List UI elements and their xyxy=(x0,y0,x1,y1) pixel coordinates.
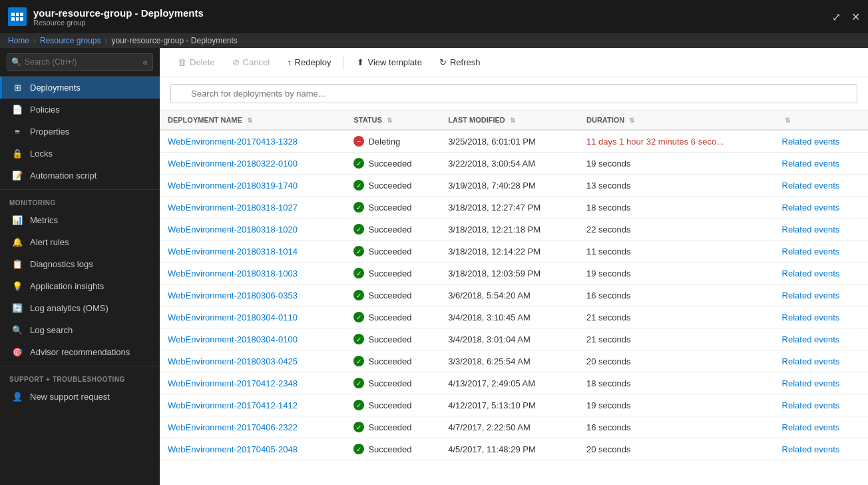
sidebar-item-advisor[interactable]: 🎯 Advisor recommendations xyxy=(0,341,160,363)
col-last-modified[interactable]: LAST MODIFIED ⇅ xyxy=(440,111,578,130)
delete-button[interactable]: 🗑 Delete xyxy=(170,53,222,71)
refresh-icon: ↻ xyxy=(439,57,447,67)
monitoring-section-label: MONITORING xyxy=(0,193,160,209)
related-events-link[interactable]: Related events xyxy=(782,225,840,235)
deployment-name-link[interactable]: WebEnvironment-20180318-1014 xyxy=(168,246,298,256)
table-row: WebEnvironment-20170406-2322✓Succeeded4/… xyxy=(160,416,868,438)
page-title: your-resource-group - Deployments xyxy=(33,7,204,19)
status-icon-success: ✓ xyxy=(353,268,364,278)
sidebar-item-locks[interactable]: 🔒 Locks xyxy=(0,143,160,165)
related-events-link[interactable]: Related events xyxy=(782,356,840,366)
deployment-name-link[interactable]: WebEnvironment-20180318-1027 xyxy=(168,203,298,213)
sidebar-item-alert-rules[interactable]: 🔔 Alert rules xyxy=(0,231,160,253)
sort-icon-deployment: ⇅ xyxy=(247,117,252,124)
deployment-name-link[interactable]: WebEnvironment-20180304-0110 xyxy=(168,312,298,322)
deployments-table: DEPLOYMENT NAME ⇅ STATUS ⇅ LAST MODIFIED… xyxy=(160,111,868,460)
sidebar-search-input[interactable] xyxy=(7,53,153,71)
sidebar-item-log-search[interactable]: 🔍 Log search xyxy=(0,319,160,341)
sidebar-item-label: Log analytics (OMS) xyxy=(30,303,108,313)
sidebar-item-log-analytics[interactable]: 🔄 Log analytics (OMS) xyxy=(0,297,160,319)
maximize-button[interactable]: ⤢ xyxy=(832,11,841,23)
related-events-link[interactable]: Related events xyxy=(782,400,840,410)
status-icon-success: ✓ xyxy=(353,334,364,344)
last-modified-cell: 3/6/2018, 5:54:20 AM xyxy=(440,284,578,306)
status-label: Succeeded xyxy=(368,400,411,410)
redeploy-button[interactable]: ↑ Redeploy xyxy=(280,53,338,71)
deployment-name-link[interactable]: WebEnvironment-20180318-1003 xyxy=(168,268,298,278)
sidebar-search-container: 🔍 « xyxy=(0,48,160,77)
policy-icon: 📄 xyxy=(11,105,23,115)
related-events-link[interactable]: Related events xyxy=(782,137,840,147)
status-label: Succeeded xyxy=(368,181,411,191)
duration-cell: 22 seconds xyxy=(578,219,774,241)
deployment-name-link[interactable]: WebEnvironment-20170413-1328 xyxy=(168,137,298,147)
deployment-name-link[interactable]: WebEnvironment-20180318-1020 xyxy=(168,225,298,235)
script-icon: 📝 xyxy=(11,171,23,181)
deployment-name-link[interactable]: WebEnvironment-20170405-2048 xyxy=(168,444,298,454)
template-icon: ⬆ xyxy=(357,57,364,67)
deployment-name-link[interactable]: WebEnvironment-20170412-1412 xyxy=(168,400,298,410)
sidebar-item-label: Properties xyxy=(30,127,69,137)
related-events-link[interactable]: Related events xyxy=(782,159,840,169)
sidebar-item-label: Metrics xyxy=(30,215,58,225)
sidebar-item-policies[interactable]: 📄 Policies xyxy=(0,99,160,121)
status-icon-success: ✓ xyxy=(353,224,364,235)
sidebar-item-new-support[interactable]: 👤 New support request xyxy=(0,386,160,408)
sidebar-item-diagnostics-logs[interactable]: 📋 Diagnostics logs xyxy=(0,253,160,275)
deployment-name-link[interactable]: WebEnvironment-20180319-1740 xyxy=(168,181,298,191)
sidebar-item-label: Alert rules xyxy=(30,237,69,247)
table-row: WebEnvironment-20180303-0425✓Succeeded3/… xyxy=(160,350,868,372)
deployment-name-link[interactable]: WebEnvironment-20170406-2322 xyxy=(168,422,298,432)
sidebar-collapse-button[interactable]: « xyxy=(142,57,148,67)
status-label: Succeeded xyxy=(368,246,411,256)
sidebar-item-label: Locks xyxy=(30,149,53,159)
related-events-link[interactable]: Related events xyxy=(782,268,840,278)
deployment-name-link[interactable]: WebEnvironment-20180306-0353 xyxy=(168,290,298,300)
col-duration[interactable]: DURATION ⇅ xyxy=(578,111,774,130)
related-events-link[interactable]: Related events xyxy=(782,181,840,191)
last-modified-cell: 3/25/2018, 6:01:01 PM xyxy=(440,130,578,153)
table-row: WebEnvironment-20180304-0100✓Succeeded3/… xyxy=(160,328,868,350)
related-events-link[interactable]: Related events xyxy=(782,444,840,454)
status-icon-success: ✓ xyxy=(353,312,364,322)
refresh-button[interactable]: ↻ Refresh xyxy=(432,53,488,71)
search-bar-container: 🔍 xyxy=(160,77,868,111)
sidebar-item-application-insights[interactable]: 💡 Application insights xyxy=(0,275,160,297)
sidebar-item-metrics[interactable]: 📊 Metrics xyxy=(0,209,160,231)
related-events-link[interactable]: Related events xyxy=(782,246,840,256)
related-events-link[interactable]: Related events xyxy=(782,334,840,344)
col-status[interactable]: STATUS ⇅ xyxy=(345,111,440,130)
status-label: Succeeded xyxy=(368,334,411,344)
table-row: WebEnvironment-20170413-1328−Deleting3/2… xyxy=(160,130,868,153)
deployment-name-link[interactable]: WebEnvironment-20180303-0425 xyxy=(168,356,298,366)
cancel-icon: ⊘ xyxy=(232,57,240,67)
last-modified-cell: 4/5/2017, 11:48:29 PM xyxy=(440,438,578,460)
last-modified-cell: 3/4/2018, 3:10:45 AM xyxy=(440,306,578,328)
sidebar-item-properties[interactable]: ≡ Properties xyxy=(0,121,160,143)
deployment-name-link[interactable]: WebEnvironment-20170412-2348 xyxy=(168,378,298,388)
deployment-name-link[interactable]: WebEnvironment-20180304-0100 xyxy=(168,334,298,344)
related-events-link[interactable]: Related events xyxy=(782,290,840,300)
col-deployment-name[interactable]: DEPLOYMENT NAME ⇅ xyxy=(160,111,345,130)
search-deployments-input[interactable] xyxy=(170,84,857,103)
page-subtitle: Resource group xyxy=(33,19,204,27)
related-events-link[interactable]: Related events xyxy=(782,378,840,388)
deployment-name-link[interactable]: WebEnvironment-20180322-0100 xyxy=(168,159,298,169)
related-events-link[interactable]: Related events xyxy=(782,422,840,432)
close-button[interactable]: ✕ xyxy=(851,11,860,23)
sidebar-item-automation-script[interactable]: 📝 Automation script xyxy=(0,165,160,187)
grid-icon: ⊞ xyxy=(11,83,23,93)
related-events-link[interactable]: Related events xyxy=(782,203,840,213)
table-row: WebEnvironment-20180318-1027✓Succeeded3/… xyxy=(160,197,868,219)
view-template-button[interactable]: ⬆ View template xyxy=(349,53,429,71)
sidebar-item-deployments[interactable]: ⊞ Deployments xyxy=(0,77,160,99)
breadcrumb-resource-groups[interactable]: Resource groups xyxy=(40,36,101,45)
cancel-button[interactable]: ⊘ Cancel xyxy=(225,53,277,71)
sort-icon-extra: ⇅ xyxy=(785,117,790,124)
duration-cell: 16 seconds xyxy=(578,416,774,438)
sidebar-item-label: Automation script xyxy=(30,171,97,181)
last-modified-cell: 3/22/2018, 3:00:54 AM xyxy=(440,153,578,175)
related-events-link[interactable]: Related events xyxy=(782,312,840,322)
insights-icon: 💡 xyxy=(11,281,23,291)
breadcrumb-home[interactable]: Home xyxy=(8,36,29,45)
